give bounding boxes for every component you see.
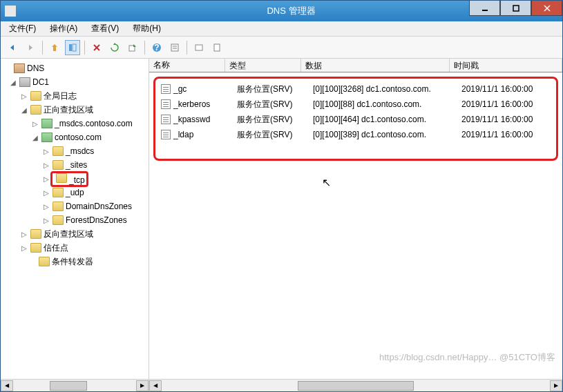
expand-icon[interactable]: ▷ <box>42 203 50 210</box>
server-icon <box>19 77 30 87</box>
collapse-icon[interactable]: ◢ <box>20 106 28 114</box>
column-name[interactable]: 名称 <box>149 59 225 72</box>
toolbar-separator <box>187 41 187 55</box>
tree-label: DNS <box>27 63 44 73</box>
expand-icon[interactable]: ▷ <box>20 231 28 238</box>
record-data: [0][100][88] dc1.contoso.com. <box>309 99 457 109</box>
list-scrollbar[interactable]: ◀ ▶ <box>149 379 562 391</box>
column-type[interactable]: 类型 <box>225 59 301 72</box>
folder-icon <box>30 91 41 101</box>
toolbar-separator <box>42 41 43 55</box>
record-name: _kerberos <box>157 99 233 109</box>
scroll-left-icon[interactable]: ◀ <box>149 380 162 391</box>
record-row[interactable]: _kpasswd 服务位置(SRV) [0][100][464] dc1.con… <box>157 112 555 127</box>
folder-icon <box>53 160 64 170</box>
scrollbar-row: ◀ ▶ ◀ ▶ <box>1 379 562 391</box>
body: DNS ◢DC1 ▷全局日志 ◢正向查找区域 ▷_msdcs.contoso.c… <box>1 59 562 379</box>
forward-button[interactable] <box>23 40 38 55</box>
menu-file[interactable]: 文件(F) <box>3 21 41 36</box>
dns-manager-window: DNS 管理器 文件(F) 操作(A) 查看(V) 帮助(H) ? DNS ◢D… <box>0 0 563 392</box>
tree-label: _msdcs <box>66 146 94 156</box>
scroll-thumb[interactable] <box>50 381 86 391</box>
tree-domain-dns[interactable]: ▷DomainDnsZones <box>1 199 149 213</box>
scroll-left-icon[interactable]: ◀ <box>1 380 13 391</box>
toolbar-separator <box>144 41 145 55</box>
up-button[interactable] <box>47 40 62 55</box>
tree-msdcs[interactable]: ▷_msdcs <box>1 144 149 158</box>
delete-button[interactable] <box>89 40 104 55</box>
scroll-thumb[interactable] <box>298 381 414 391</box>
tree-msdcs-zone[interactable]: ▷_msdcs.contoso.com <box>1 117 149 130</box>
tree-sites[interactable]: ▷_sites <box>1 158 149 172</box>
record-row[interactable]: _gc 服务位置(SRV) [0][100][3268] dc1.contoso… <box>157 81 555 97</box>
folder-icon <box>53 188 64 197</box>
tree-label: 条件转发器 <box>52 256 93 268</box>
tree-server[interactable]: ◢DC1 <box>1 75 149 89</box>
filter-button[interactable] <box>191 40 207 55</box>
collapse-icon[interactable]: ◢ <box>9 79 17 86</box>
menu-help[interactable]: 帮助(H) <box>127 21 166 36</box>
tree-label: _udp <box>66 188 84 197</box>
record-time: 2019/11/1 16:00:00 <box>457 130 555 139</box>
expand-icon[interactable]: ▷ <box>42 189 50 197</box>
tree-udp[interactable]: ▷_udp <box>1 186 149 199</box>
tree-cond-fwd[interactable]: 条件转发器 <box>1 255 149 268</box>
menu-view[interactable]: 查看(V) <box>86 21 124 36</box>
record-row[interactable]: _ldap 服务位置(SRV) [0][100][389] dc1.contos… <box>157 127 555 142</box>
folder-icon <box>56 173 67 183</box>
tree-forward-zone[interactable]: ◢正向查找区域 <box>1 103 149 117</box>
expand-icon[interactable]: ▷ <box>42 217 50 224</box>
minimize-button[interactable] <box>469 1 500 16</box>
expand-icon[interactable]: ▷ <box>42 175 50 183</box>
record-row[interactable]: _kerberos 服务位置(SRV) [0][100][88] dc1.con… <box>157 97 555 112</box>
svg-rect-4 <box>69 44 72 51</box>
record-time: 2019/11/1 16:00:00 <box>457 115 555 124</box>
tree-label: DomainDnsZones <box>66 202 132 211</box>
properties-button[interactable] <box>167 40 182 55</box>
titlebar[interactable]: DNS 管理器 <box>1 1 562 21</box>
export-button[interactable] <box>125 40 140 55</box>
expand-icon[interactable]: ▷ <box>42 148 50 155</box>
tree-scrollbar[interactable]: ◀ ▶ <box>1 379 149 391</box>
show-tree-button[interactable] <box>65 40 80 55</box>
menubar: 文件(F) 操作(A) 查看(V) 帮助(H) <box>1 21 562 37</box>
record-icon <box>161 99 171 109</box>
tree-label: _msdcs.contoso.com <box>55 119 133 128</box>
tree-tcp[interactable]: ▷_tcp <box>1 172 149 186</box>
expand-icon[interactable]: ▷ <box>31 120 39 128</box>
tree-global-log[interactable]: ▷全局日志 <box>1 89 149 103</box>
back-button[interactable] <box>5 40 20 55</box>
refresh-button[interactable] <box>107 40 122 55</box>
expand-icon[interactable]: ▷ <box>20 244 28 252</box>
column-data[interactable]: 数据 <box>301 59 450 72</box>
tree-label: ForestDnsZones <box>66 215 127 225</box>
expand-icon[interactable]: ▷ <box>42 161 50 169</box>
svg-rect-14 <box>195 45 202 50</box>
toolbar-separator <box>84 41 85 55</box>
scroll-track[interactable] <box>13 380 136 391</box>
tree-forest-dns[interactable]: ▷ForestDnsZones <box>1 213 149 227</box>
collapse-icon[interactable]: ◢ <box>31 134 39 141</box>
column-timestamp[interactable]: 时间戳 <box>450 59 562 72</box>
scroll-track[interactable] <box>162 380 550 391</box>
tree-root-dns[interactable]: DNS <box>1 61 149 75</box>
tree-label: _sites <box>66 160 87 170</box>
menu-action[interactable]: 操作(A) <box>44 21 83 36</box>
svg-rect-1 <box>513 6 519 11</box>
folder-icon <box>53 146 64 156</box>
new-button[interactable] <box>209 40 225 55</box>
expand-icon[interactable]: ▷ <box>20 92 28 100</box>
record-name: _kpasswd <box>157 115 233 124</box>
help-button[interactable]: ? <box>149 40 164 55</box>
tree-reverse-zone[interactable]: ▷反向查找区域 <box>1 227 149 241</box>
scroll-right-icon[interactable]: ▶ <box>136 380 149 391</box>
tree-pane[interactable]: DNS ◢DC1 ▷全局日志 ◢正向查找区域 ▷_msdcs.contoso.c… <box>1 59 149 379</box>
maximize-button[interactable] <box>500 1 531 16</box>
scroll-right-icon[interactable]: ▶ <box>550 380 562 391</box>
close-button[interactable] <box>531 1 562 16</box>
tree-trust[interactable]: ▷信任点 <box>1 241 149 255</box>
app-icon <box>5 6 16 17</box>
record-time: 2019/11/1 16:00:00 <box>457 99 555 109</box>
list-body[interactable]: _gc 服务位置(SRV) [0][100][3268] dc1.contoso… <box>149 72 562 379</box>
tree-contoso[interactable]: ◢contoso.com <box>1 130 149 144</box>
